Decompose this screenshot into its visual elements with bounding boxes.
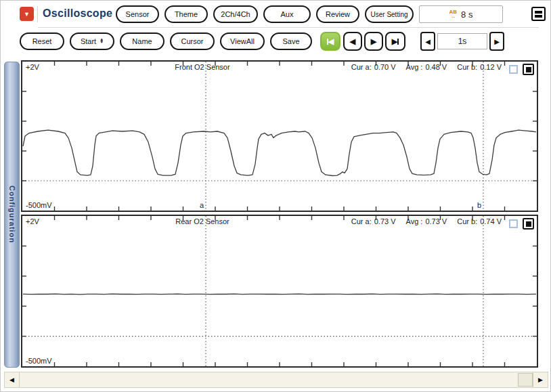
arrow-right-icon: ▶ [538,376,543,383]
step-back-icon: ◀ [350,37,355,46]
title-divider [37,6,38,22]
review-button[interactable]: Review [316,5,359,23]
scope-channel-2: +2V Rear O2 Sensor Cur a:0.73 V Avg :0.7… [21,215,538,368]
arrow-left-icon: ◀ [425,38,431,45]
toolbar-divider [38,27,539,28]
ab-time-display: AB ↔ 8 s [419,5,503,23]
channel-mode-button[interactable]: 2Ch/4Ch [213,5,258,23]
spinner-icon: ▲▼ [100,39,104,43]
caret-down-icon: ▼ [24,11,30,18]
channel-1-readings: Cur a:0.70 V Avg :0.48 V Cur b:0.12 V [351,63,502,71]
channel-2-top-scale: +2V [26,217,39,225]
skip-start-icon: ◀ [328,37,334,46]
channel-2-readings: Cur a:0.73 V Avg :0.73 V Cur b:0.74 V [351,217,502,225]
timebase-increase-button[interactable]: ▶ [489,32,504,51]
scope-channel-1: ab +2V Front O2 Sensor Cur a:0.70 V Avg … [21,60,538,212]
scrollbar-thumb[interactable] [518,373,533,387]
oscilloscope-window: ▼ Oscilloscope Sensor Theme 2Ch/4Ch Aux … [0,0,551,392]
name-button[interactable]: Name [120,32,164,50]
svg-text:a: a [200,201,204,209]
aux-button[interactable]: Aux [263,5,311,23]
skip-to-start-button[interactable]: ◀ [320,32,340,51]
channel-1-plot[interactable]: ab [22,62,537,211]
viewall-button[interactable]: ViewAll [220,32,265,50]
average-reading: Avg :0.48 V [406,63,447,71]
cursor-button[interactable]: Cursor [170,32,215,50]
hamburger-menu-icon[interactable] [531,7,546,21]
theme-button[interactable]: Theme [164,5,208,23]
channel-2-display-mode-button[interactable] [523,218,534,230]
app-menu-button[interactable]: ▼ [20,7,34,21]
arrow-left-icon: ◀ [9,376,14,383]
horizontal-scrollbar[interactable]: ◀ ▶ [4,372,548,388]
channel-1-checkbox[interactable] [509,65,518,74]
sensor-button[interactable]: Sensor [116,5,159,23]
save-button[interactable]: Save [270,32,312,50]
average-reading: Avg :0.73 V [406,217,447,225]
user-setting-button[interactable]: User Setting [365,5,414,23]
cursor-a-reading: Cur a:0.73 V [351,217,396,225]
configuration-tab-label: Configuration [8,186,16,243]
ab-cursor-icon: AB ↔ [449,9,458,20]
filled-square-icon [526,221,531,227]
svg-text:b: b [477,201,481,209]
channel-2-plot[interactable] [22,216,537,366]
skip-end-icon: ▶ [392,37,397,46]
scroll-left-button[interactable]: ◀ [5,372,20,387]
reset-button[interactable]: Reset [20,32,64,50]
skip-bar-icon [397,39,399,45]
timebase-value: 1s [437,33,487,49]
channel-1-display-mode-button[interactable] [523,64,534,75]
configuration-tab[interactable]: Configuration [4,62,20,368]
channel-2-title: Rear O2 Sensor [175,217,229,225]
start-button[interactable]: Start ▲▼ [70,32,114,50]
step-forward-icon: ▶ [371,37,376,46]
channel-1-top-scale: +2V [26,63,39,71]
cursor-b-reading: Cur b:0.74 V [457,217,502,225]
cursor-a-reading: Cur a:0.70 V [351,63,396,71]
arrow-right-icon: ▶ [494,38,500,45]
scroll-right-button[interactable]: ▶ [533,372,548,387]
page-title: Oscilloscope [43,7,112,20]
skip-to-end-button[interactable]: ▶ [385,32,405,51]
channel-1-title: Front O2 Sensor [175,63,229,71]
ab-time-value: 8 s [461,9,472,20]
channel-2-bottom-scale: -500mV [26,357,52,365]
step-forward-button[interactable]: ▶ [364,32,383,51]
step-back-button[interactable]: ◀ [343,32,362,51]
filled-square-icon [526,67,531,72]
cursor-b-reading: Cur b:0.12 V [457,63,502,71]
timebase-decrease-button[interactable]: ◀ [420,32,435,51]
channel-2-checkbox[interactable] [509,219,518,228]
channel-1-bottom-scale: -500mV [26,201,52,209]
